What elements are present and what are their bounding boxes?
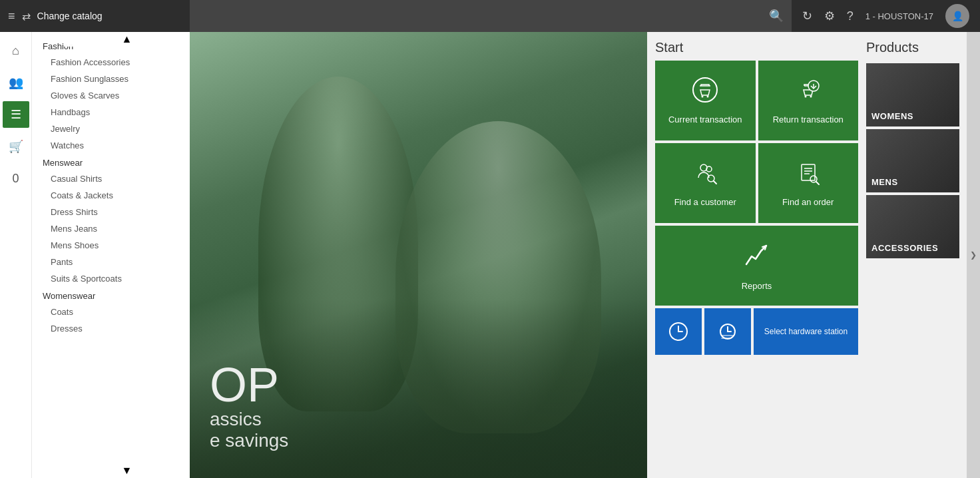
return-transaction-label: Return transaction (773, 115, 844, 124)
sidebar-scroll-up[interactable]: ▲ (64, 32, 190, 47)
svg-point-4 (810, 96, 812, 98)
product-womens-label: WOMENS (871, 111, 913, 121)
hero-canvas: OP assics e savings (190, 32, 647, 478)
category-item-dress-shirts[interactable]: Dress Shirts (32, 204, 190, 220)
start-column: Start Current transacti (647, 32, 863, 478)
products-column: Products WOMENS MENS ACCESSORIES (863, 32, 967, 478)
category-item-jewelry[interactable]: Jewelry (32, 120, 190, 137)
right-arrow-icon: ❯ (970, 250, 977, 260)
category-item-fashion-sunglasses[interactable]: Fashion Sunglasses (32, 71, 190, 87)
avatar[interactable]: 👤 (945, 4, 969, 28)
find-order-icon (795, 159, 822, 192)
category-item-watches[interactable]: Watches (32, 137, 190, 154)
category-group-womenswear: Womenswear (32, 287, 190, 304)
hero-text: OP assics e savings (210, 361, 288, 451)
help-icon[interactable]: ? (847, 9, 854, 23)
scroll-down-icon: ▼ (122, 465, 132, 477)
hamburger-icon[interactable]: ≡ (8, 9, 15, 23)
select-hardware-tile[interactable]: Select hardware station (754, 308, 858, 355)
refresh-icon[interactable]: ↻ (802, 9, 812, 23)
find-order-tile[interactable]: Find an order (758, 143, 859, 223)
svg-point-3 (804, 96, 806, 98)
search-icon[interactable]: 🔍 (769, 9, 784, 23)
category-item-pants[interactable]: Pants (32, 254, 190, 270)
category-group-menswear: Menswear (32, 154, 190, 170)
category-list: FashionFashion AccessoriesFashion Sungla… (32, 32, 190, 342)
nav-icons: ⌂ 👥 ☰ 🛒 0 (0, 32, 32, 478)
reports-icon (742, 240, 772, 276)
select-hardware-label: Select hardware station (759, 327, 853, 336)
topbar-left: ≡ ⇄ Change catalog (0, 9, 190, 23)
category-item-fashion-accessories[interactable]: Fashion Accessories (32, 54, 190, 71)
category-item-suits-sportcoats[interactable]: Suits & Sportcoats (32, 270, 190, 287)
svg-rect-9 (802, 164, 815, 180)
clock1-tile[interactable] (655, 308, 702, 355)
topbar-search[interactable]: 🔍 (190, 0, 792, 32)
find-customer-icon (692, 159, 718, 192)
scroll-up-icon: ▲ (122, 33, 132, 45)
current-transaction-icon (692, 77, 718, 109)
small-tiles-row: Select hardware station (655, 308, 858, 355)
reports-label: Reports (742, 281, 772, 291)
product-mens[interactable]: MENS (866, 129, 959, 192)
category-item-casual-shirts[interactable]: Casual Shirts (32, 170, 190, 187)
category-item-gloves-scarves[interactable]: Gloves & Scarves (32, 87, 190, 104)
topbar-right: ↻ ⚙ ? 1 - HOUSTON-17 👤 (792, 4, 980, 28)
find-customer-tile[interactable]: Find a customer (655, 143, 756, 223)
product-womens[interactable]: WOMENS (866, 63, 959, 126)
svg-point-1 (702, 96, 704, 98)
product-accessories[interactable]: ACCESSORIES (866, 195, 959, 258)
catalog-icon: ⇄ (22, 10, 31, 23)
nav-products[interactable]: ☰ (3, 101, 29, 128)
nav-customers[interactable]: 👥 (3, 69, 29, 96)
clock2-tile[interactable] (704, 308, 751, 355)
search-input[interactable] (198, 11, 769, 21)
category-item-coats-jackets[interactable]: Coats & Jackets (32, 187, 190, 204)
category-item-dresses[interactable]: Dresses (32, 320, 190, 337)
tiles-grid: Current transaction (655, 61, 858, 223)
hero-text-sub1: assics (210, 409, 288, 430)
current-transaction-label: Current transaction (668, 115, 742, 124)
products-title: Products (866, 40, 959, 55)
find-customer-label: Find a customer (674, 197, 736, 207)
find-order-label: Find an order (782, 197, 834, 207)
store-info: 1 - HOUSTON-17 (865, 11, 933, 21)
badge-count: 0 (12, 172, 19, 186)
hero-text-large: OP (210, 361, 288, 409)
settings-icon[interactable]: ⚙ (824, 9, 835, 23)
hero-text-sub2: e savings (210, 430, 288, 451)
product-mens-label: MENS (871, 177, 898, 187)
current-transaction-tile[interactable]: Current transaction (655, 61, 756, 140)
product-accessories-label: ACCESSORIES (871, 243, 938, 253)
change-catalog-label[interactable]: Change catalog (37, 11, 103, 21)
nav-badge[interactable]: 0 (3, 165, 29, 192)
topbar: ≡ ⇄ Change catalog 🔍 ↻ ⚙ ? 1 - HOUSTON-1… (0, 0, 980, 32)
sidebar-scroll-down[interactable]: ▼ (64, 463, 190, 478)
svg-point-2 (707, 96, 709, 98)
category-item-coats[interactable]: Coats (32, 304, 190, 320)
right-panel: Start Current transacti (647, 32, 980, 478)
sidebar: ⌂ 👥 ☰ 🛒 0 ▲ FashionFashion AccessoriesFa… (0, 32, 190, 478)
right-scroll-arrow[interactable]: ❯ (967, 32, 980, 478)
reports-tile[interactable]: Reports (655, 226, 858, 306)
start-title: Start (655, 40, 858, 55)
hero-area: OP assics e savings (190, 32, 647, 478)
category-item-mens-jeans[interactable]: Mens Jeans (32, 220, 190, 237)
category-item-handbags[interactable]: Handbags (32, 104, 190, 120)
nav-home[interactable]: ⌂ (3, 37, 29, 64)
main-layout: ⌂ 👥 ☰ 🛒 0 ▲ FashionFashion AccessoriesFa… (0, 32, 980, 478)
nav-cart[interactable]: 🛒 (3, 133, 29, 160)
return-transaction-tile[interactable]: Return transaction (758, 61, 859, 140)
category-item-mens-shoes[interactable]: Mens Shoes (32, 237, 190, 254)
sidebar-content: ⌂ 👥 ☰ 🛒 0 ▲ FashionFashion AccessoriesFa… (0, 32, 190, 478)
return-transaction-icon (795, 77, 822, 109)
